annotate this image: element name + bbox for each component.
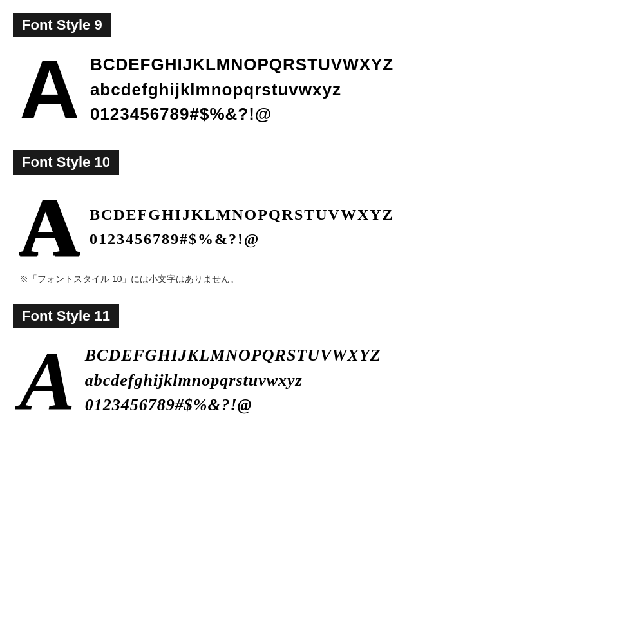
font-style-11-demo: A BCDEFGHIJKLMNOPQRSTUVWXYZ abcdefghijkl… (13, 339, 631, 422)
font-style-9-line-2: abcdefghijklmnopqrstuvwxyz (90, 78, 393, 101)
font-style-11-line-1: BCDEFGHIJKLMNOPQRSTUVWXYZ (85, 344, 381, 367)
font-style-10-big-letter: A (19, 185, 78, 269)
font-style-9-line-3: 0123456789#$%&?!@ (90, 102, 393, 126)
divider-2 (13, 297, 631, 298)
font-style-9-section: Font Style 9 A BCDEFGHIJKLMNOPQRSTUVWXYZ… (13, 13, 631, 131)
font-style-10-note: ※「フォントスタイル 10」には小文字はありません。 (13, 274, 631, 285)
font-style-11-section: Font Style 11 A BCDEFGHIJKLMNOPQRSTUVWXY… (13, 304, 631, 422)
font-style-11-line-3: 0123456789#$%&?!@ (85, 393, 381, 417)
font-style-11-title: Font Style 11 (13, 304, 119, 328)
font-style-10-section: Font Style 10 A BCDEFGHIJKLMNOPQRSTUVWXY… (13, 150, 631, 285)
font-style-11-line-2: abcdefghijklmnopqrstuvwxyz (85, 369, 381, 392)
page-container: Font Style 9 A BCDEFGHIJKLMNOPQRSTUVWXYZ… (0, 0, 644, 644)
font-style-9-char-lines: BCDEFGHIJKLMNOPQRSTUVWXYZ abcdefghijklmn… (90, 53, 393, 126)
font-style-10-letter-a: A (19, 185, 78, 269)
font-style-10-line-1: BCDEFGHIJKLMNOPQRSTUVWXYZ (90, 203, 394, 226)
font-style-11-char-lines: BCDEFGHIJKLMNOPQRSTUVWXYZ abcdefghijklmn… (85, 344, 381, 417)
font-style-9-line-1: BCDEFGHIJKLMNOPQRSTUVWXYZ (90, 53, 393, 76)
font-style-11-letter-a: A (19, 339, 73, 422)
font-style-10-title: Font Style 10 (13, 150, 119, 175)
font-style-9-big-letter: A (19, 48, 79, 131)
font-style-9-demo: A BCDEFGHIJKLMNOPQRSTUVWXYZ abcdefghijkl… (13, 48, 631, 131)
font-style-11-big-letter: A (19, 339, 73, 422)
font-style-10-line-2: 0123456789#$%&?!@ (90, 227, 394, 251)
font-style-9-title: Font Style 9 (13, 13, 111, 37)
font-style-9-letter-a: A (19, 48, 79, 131)
divider-1 (13, 143, 631, 144)
font-style-10-char-lines: BCDEFGHIJKLMNOPQRSTUVWXYZ 0123456789#$%&… (90, 203, 394, 251)
font-style-10-demo: A BCDEFGHIJKLMNOPQRSTUVWXYZ 0123456789#$… (13, 185, 631, 269)
